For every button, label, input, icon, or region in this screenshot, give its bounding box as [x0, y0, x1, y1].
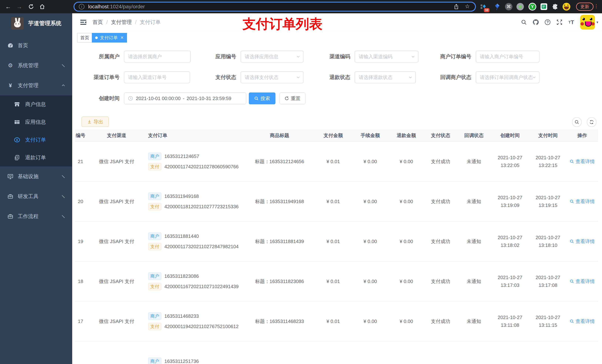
filter-select-5[interactable]: 请选择支付状态 [241, 71, 304, 83]
sidebar-item-label: 系统管理 [18, 62, 39, 69]
navbar: 首页 / 支付管理 / 支付订单 支付订单列表 TT ▾ [72, 13, 602, 31]
url-bar[interactable]: i localhost:1024/pay/order ☆ [74, 2, 476, 11]
sidebar-item-label: 支付管理 [18, 82, 39, 89]
toggle-search-button[interactable] [572, 117, 582, 127]
filter-field-3: 商户订单编号请输入商户订单编号 [430, 51, 539, 62]
filter-select-1[interactable]: 请选择应用信息 [241, 51, 304, 62]
pay-tag: 支付 [148, 163, 161, 170]
merchant-tag: 商户 [148, 272, 161, 280]
sidebar-item-5[interactable]: 工作流程 [0, 207, 72, 226]
filter-label: 回调商户状态 [430, 74, 471, 81]
sidebar-item-4[interactable]: 研发工具 [0, 187, 72, 207]
breadcrumb-pay-manage[interactable]: 支付管理 [111, 19, 132, 26]
cell-0: 20 [75, 199, 91, 204]
share-icon[interactable] [454, 4, 459, 10]
view-detail-link[interactable]: 查看详情 [570, 318, 595, 325]
view-detail-link[interactable]: 查看详情 [570, 198, 595, 205]
breadcrumb-home[interactable]: 首页 [93, 19, 103, 26]
gear-icon: ⚙ [7, 62, 13, 68]
font-size-icon[interactable]: TT [565, 13, 577, 31]
filter-field-8: 创建时间2021-10-01 00:00:00-2021-10-31 23:59… [79, 93, 246, 104]
tab-pay-order[interactable]: 支付订单 ✕ [92, 33, 127, 42]
github-icon[interactable] [530, 13, 542, 31]
sidebar-item-1[interactable]: ⚙系统管理 [0, 55, 72, 75]
cell-1: 微信 JSAPI 支付 [91, 198, 142, 205]
sidebar-submenu: 商户信息应用信息¥支付订单退款订单 [0, 95, 72, 166]
reset-button[interactable]: 重置 [280, 93, 305, 104]
filter-select-6[interactable]: 请选择退款状态 [355, 71, 416, 83]
view-detail-link[interactable]: 查看详情 [570, 158, 595, 165]
extensions-puzzle-icon[interactable] [551, 3, 559, 11]
profile-emoji-icon[interactable] [562, 3, 570, 11]
cell-8: 未通知 [457, 238, 491, 245]
sidebar-item-3[interactable]: 基础设施 [0, 166, 72, 187]
fullscreen-icon[interactable] [553, 13, 565, 31]
extension-kite-icon[interactable] [493, 3, 501, 11]
merchant-tag: 商户 [148, 232, 161, 240]
export-button[interactable]: 导出 [81, 116, 109, 127]
browser-home-icon[interactable] [38, 0, 47, 13]
filter-input-0[interactable]: 请选择所属商户 [124, 51, 191, 62]
table-row: 19微信 JSAPI 支付商户1635311881440支付4200001173… [75, 222, 598, 261]
column-header-9: 创建时间 [491, 132, 529, 139]
extension-chat-icon[interactable] [540, 3, 548, 11]
search-button[interactable]: 搜索 [249, 93, 275, 104]
cell-3: 标题：1635311881439 [244, 238, 315, 245]
filter-select-2[interactable]: 请输入渠道编码 [355, 51, 418, 62]
column-header-4: 支付金额 [315, 132, 352, 139]
refresh-button[interactable] [587, 117, 596, 127]
sidebar: 芋道管理系统 首页⚙系统管理¥支付管理商户信息应用信息¥支付订单退款订单基础设施… [0, 13, 72, 364]
collapse-sidebar-icon[interactable] [80, 19, 87, 26]
filter-input-4[interactable]: 请输入渠道订单号 [124, 71, 190, 83]
cell-10: 2021-10-2713:11:15 [529, 313, 567, 329]
yen-icon: ¥ [7, 83, 13, 88]
breadcrumb: 首页 / 支付管理 / 支付订单 [93, 13, 161, 31]
extension-green-dot-icon[interactable] [516, 3, 524, 11]
view-detail-link[interactable]: 查看详情 [570, 278, 595, 285]
search-icon[interactable] [518, 13, 530, 31]
bookmark-star-icon[interactable]: ☆ [465, 4, 470, 10]
close-tab-icon[interactable]: ✕ [120, 35, 124, 40]
clock-icon [128, 96, 133, 101]
sidebar-subitem-2[interactable]: ¥支付订单 [0, 131, 72, 149]
sidebar-subitem-0[interactable]: 商户信息 [0, 95, 72, 113]
avatar-dropdown-icon[interactable]: ▾ [596, 20, 598, 24]
browser-update-button[interactable]: 更新 [576, 3, 593, 11]
table-row: 商户1635311251736 [75, 342, 598, 364]
sidebar-subitem-label: 应用信息 [25, 119, 46, 125]
merchant-order-no: 1635311949168 [164, 193, 199, 199]
filter-label: 支付状态 [195, 74, 236, 81]
sidebar-item-2[interactable]: ¥支付管理 [0, 75, 72, 95]
sidebar-subitem-1[interactable]: 应用信息 [0, 113, 72, 131]
cell-2: 商户1635312124657支付42000011742021102780605… [142, 153, 244, 170]
extension-command-icon[interactable]: ⌘ [505, 3, 513, 11]
sidebar-item-label: 首页 [18, 42, 28, 49]
table-header-row: 编号支付渠道支付订单商品标题支付金额手续金额退款金额支付状态回调状态创建时间支付… [75, 129, 598, 142]
sidebar-item-label: 基础设施 [18, 173, 39, 180]
tab-home[interactable]: 首页 [77, 33, 93, 42]
extension-tag-manager-icon[interactable]: 10 [479, 3, 487, 11]
sidebar-subitem-3[interactable]: 退款订单 [0, 149, 72, 166]
browser-back-icon[interactable]: ← [4, 0, 13, 13]
view-detail-link[interactable]: 查看详情 [570, 238, 595, 245]
browser-reload-icon[interactable] [27, 0, 35, 13]
user-avatar[interactable] [580, 15, 595, 30]
cell-10: 2021-10-2713:18:10 [529, 234, 567, 249]
cell-11: 查看详情 [567, 198, 598, 205]
cell-11: 查看详情 [567, 238, 598, 245]
extension-y-icon[interactable]: Y [528, 3, 537, 11]
site-info-icon[interactable]: i [79, 4, 85, 10]
pay-order-no: 4200001173202110272847982104 [164, 244, 239, 250]
cell-8: 未通知 [457, 198, 491, 205]
browser-menu-icon[interactable]: ⋮ [594, 3, 599, 9]
browser-forward-icon[interactable]: → [15, 0, 24, 13]
cell-10: 2021-10-2713:19:15 [529, 194, 567, 209]
chevron-up-icon [61, 83, 65, 88]
create-time-range-picker[interactable]: 2021-10-01 00:00:00-2021-10-31 23:59:59 [124, 93, 246, 104]
sidebar-item-0[interactable]: 首页 [0, 35, 72, 55]
column-header-8: 回调状态 [457, 132, 491, 139]
filter-select-7[interactable]: 请选择订单回调商户状态 [476, 71, 539, 83]
filter-input-3[interactable]: 请输入商户订单编号 [476, 51, 539, 62]
help-icon[interactable] [542, 13, 553, 31]
shop-icon [14, 101, 20, 107]
